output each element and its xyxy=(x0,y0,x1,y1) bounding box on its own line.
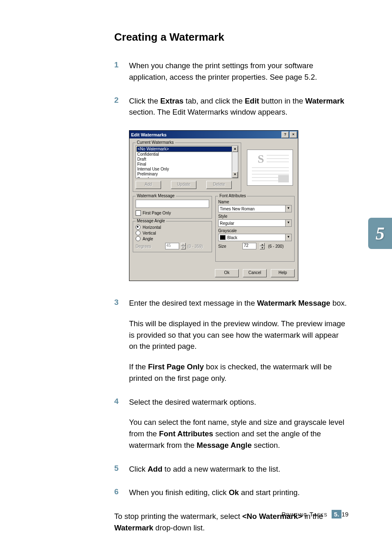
page-reference-link[interactable]: page 5.2 xyxy=(286,73,315,81)
style-label: Style xyxy=(218,214,292,219)
dialog-titlebar: Edit Watermarks ? × xyxy=(129,131,298,138)
section-heading: Creating a Watermark xyxy=(114,31,348,44)
bold: First Page Only xyxy=(148,362,204,371)
bold: Ok xyxy=(229,488,239,497)
list-item[interactable]: Final xyxy=(136,162,238,167)
list-item[interactable]: Confidential xyxy=(136,152,238,157)
current-watermarks-group: Current Watermarks <No Watermark> Confid… xyxy=(133,143,241,192)
degrees-range: (0 - 359) xyxy=(187,244,203,249)
text: If the xyxy=(129,362,148,371)
text: Click xyxy=(129,465,148,473)
group-legend: Font Attributes xyxy=(218,194,247,198)
message-angle-group: Message Angle Horizontal Vertical Angle … xyxy=(133,221,212,252)
text: section. The Edit Watermarks window appe… xyxy=(129,108,288,116)
help-titlebar-button[interactable]: ? xyxy=(281,131,289,138)
degrees-label: Degrees xyxy=(136,244,151,249)
first-page-only-checkbox[interactable] xyxy=(136,210,141,216)
cancel-button[interactable]: Cancel xyxy=(243,269,267,277)
size-range: (6 - 200) xyxy=(268,244,284,249)
listbox-scrollbar[interactable]: ▲ ▼ xyxy=(232,146,238,178)
color-swatch xyxy=(220,235,226,240)
font-style-combo[interactable]: Regular▼ xyxy=(218,219,292,227)
degrees-spinner[interactable]: ▲▼ xyxy=(181,243,186,249)
combo-value: Times New Roman xyxy=(220,207,255,211)
step-number: 3 xyxy=(114,297,122,384)
group-legend: Current Watermarks xyxy=(136,140,175,145)
spin-up-icon[interactable]: ▲ xyxy=(260,243,265,246)
horizontal-radio[interactable] xyxy=(136,225,141,230)
scroll-up-icon[interactable]: ▲ xyxy=(232,146,238,152)
grayscale-combo[interactable]: Black▼ xyxy=(218,234,292,241)
dialog-title: Edit Watermarks xyxy=(131,132,166,137)
step-1: 1 When you change the print settings fro… xyxy=(114,60,348,83)
text: Enter the desired text message in the xyxy=(129,299,257,307)
help-button[interactable]: Help xyxy=(271,269,295,277)
group-legend: Message Angle xyxy=(136,219,166,223)
step-5: 5 Click Add to add a new watermark to th… xyxy=(114,463,348,475)
text: Select the desired watermark options. xyxy=(129,396,348,408)
watermark-message-input[interactable] xyxy=(136,200,209,208)
step-number: 1 xyxy=(114,60,122,83)
delete-button[interactable]: Delete xyxy=(206,181,232,189)
step-4: 4 Select the desired watermark options. … xyxy=(114,396,348,451)
watermark-message-group: Watermark Message First Page Only xyxy=(133,196,212,219)
size-input[interactable]: 72 xyxy=(242,243,256,249)
step-2: 2 Click the Extras tab, and click the Ed… xyxy=(114,95,348,118)
close-titlebar-button[interactable]: × xyxy=(290,131,297,138)
bold: Font Attributes xyxy=(159,429,213,438)
angle-radio[interactable] xyxy=(136,236,141,241)
chevron-down-icon[interactable]: ▼ xyxy=(285,220,291,226)
bold: Add xyxy=(148,465,162,473)
step-body: Click Add to add a new watermark to the … xyxy=(129,463,348,475)
footer-section-label: Printing Tasks xyxy=(281,511,327,518)
combo-value: Black xyxy=(227,235,237,240)
add-button[interactable]: Add xyxy=(136,181,161,189)
text: section. xyxy=(252,441,280,449)
degrees-input[interactable]: 45 xyxy=(165,243,179,249)
step-6: 6 When you finish editing, click Ok and … xyxy=(114,487,348,498)
paragraph: This will be displayed in the preview wi… xyxy=(129,318,348,352)
step-number: 2 xyxy=(114,95,122,118)
radio-label: Horizontal xyxy=(143,225,161,230)
text: tab, and click the xyxy=(184,97,245,105)
radio-label: Angle xyxy=(143,237,153,241)
ok-button[interactable]: Ok xyxy=(215,269,239,277)
step-number: 4 xyxy=(114,396,122,451)
list-item-selected[interactable]: <No Watermark> xyxy=(136,146,238,152)
spin-down-icon[interactable]: ▼ xyxy=(260,246,265,249)
size-spinner[interactable]: ▲▼ xyxy=(260,243,265,249)
footer-chapter-number: 5. xyxy=(332,510,342,518)
text: button in the xyxy=(259,97,305,105)
bold: Watermark Message xyxy=(257,299,330,307)
page-footer: Printing Tasks 5.19 xyxy=(114,510,348,518)
checkbox-label: First Page Only xyxy=(143,211,171,215)
text: drop-down list. xyxy=(153,523,205,532)
vertical-radio[interactable] xyxy=(136,230,141,235)
font-attributes-group: Font Attributes Name Times New Roman▼ St… xyxy=(215,196,295,262)
bold: Watermark xyxy=(114,523,153,532)
list-item[interactable]: Preliminary xyxy=(136,172,238,177)
chevron-down-icon[interactable]: ▼ xyxy=(285,205,291,212)
list-item[interactable]: Draft xyxy=(136,157,238,162)
chevron-down-icon[interactable]: ▼ xyxy=(285,234,291,241)
text: and start printing. xyxy=(239,488,300,497)
footer-page-number: 19 xyxy=(341,511,348,518)
step-body: Select the desired watermark options. Yo… xyxy=(129,396,348,451)
list-item[interactable]: Sample xyxy=(136,177,238,178)
spin-up-icon[interactable]: ▲ xyxy=(181,243,186,246)
update-button[interactable]: Update xyxy=(171,181,196,189)
text: . xyxy=(315,73,317,81)
edit-watermarks-dialog: Edit Watermarks ? × Current Watermarks <… xyxy=(129,130,298,281)
font-name-combo[interactable]: Times New Roman▼ xyxy=(218,205,292,212)
spin-down-icon[interactable]: ▼ xyxy=(181,246,186,249)
bold: Message Angle xyxy=(197,441,252,449)
step-number: 5 xyxy=(114,463,122,475)
group-legend: Watermark Message xyxy=(136,194,176,198)
preview-letter: S xyxy=(258,152,264,165)
text: box. xyxy=(330,299,347,307)
combo-value: Regular xyxy=(220,221,234,226)
name-label: Name xyxy=(218,200,292,204)
scroll-down-icon[interactable]: ▼ xyxy=(232,172,238,178)
watermark-listbox[interactable]: <No Watermark> Confidential Draft Final … xyxy=(136,145,238,178)
list-item[interactable]: Internal Use Only xyxy=(136,167,238,172)
